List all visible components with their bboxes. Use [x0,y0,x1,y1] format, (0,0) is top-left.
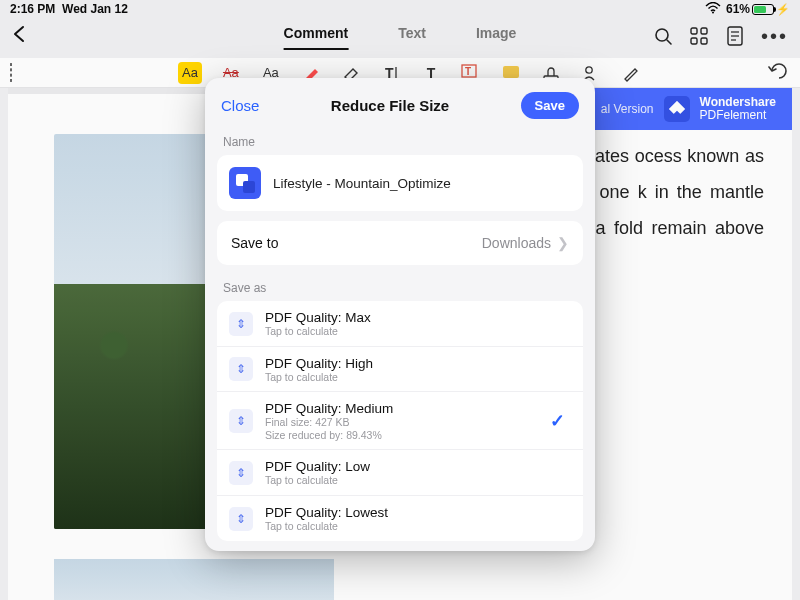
tab-text[interactable]: Text [398,25,426,47]
quality-icon: ⇕ [229,312,253,336]
quality-list: ⇕ PDF Quality: Max Tap to calculate ⇕ PD… [217,301,583,541]
svg-line-2 [667,40,671,44]
name-section-label: Name [205,129,595,155]
svg-text:T: T [465,66,471,77]
quality-sub-1: Final size: 427 KB [265,416,538,429]
highlight-tool-icon[interactable]: Aa [178,62,202,84]
more-icon[interactable]: ••• [761,25,788,48]
quality-icon: ⇕ [229,461,253,485]
status-date: Wed Jan 12 [62,2,128,16]
quality-option-lowest[interactable]: ⇕ PDF Quality: Lowest Tap to calculate [217,495,583,541]
tab-image[interactable]: Image [476,25,516,47]
quality-option-high[interactable]: ⇕ PDF Quality: High Tap to calculate [217,346,583,392]
quality-title: PDF Quality: Max [265,310,571,325]
filename-card[interactable]: Lifestyle - Mountain_Optimize [217,155,583,211]
save-to-value: Downloads [482,235,551,251]
save-as-section-label: Save as [205,275,595,301]
charging-icon: ⚡ [776,3,790,16]
ios-status-bar: 2:16 PM Wed Jan 12 61% ⚡ [0,0,800,18]
quality-icon: ⇕ [229,409,253,433]
file-icon [229,167,261,199]
battery-icon [752,4,774,15]
quality-sub: Tap to calculate [265,371,571,384]
reading-mode-icon[interactable] [725,26,745,46]
quality-icon: ⇕ [229,507,253,531]
svg-rect-3 [691,28,697,34]
select-tool-icon[interactable] [10,64,12,82]
quality-title: PDF Quality: Low [265,459,571,474]
search-icon[interactable] [653,26,673,46]
undo-button[interactable] [768,61,790,84]
quality-option-low[interactable]: ⇕ PDF Quality: Low Tap to calculate [217,449,583,495]
close-button[interactable]: Close [221,97,259,114]
svg-rect-15 [503,66,519,78]
quality-icon: ⇕ [229,357,253,381]
back-button[interactable] [12,25,26,48]
quality-option-medium[interactable]: ⇕ PDF Quality: Medium Final size: 427 KB… [217,391,583,449]
svg-point-1 [656,29,668,41]
quality-sub-2: Size reduced by: 89.43% [265,429,538,442]
save-button[interactable]: Save [521,92,579,119]
quality-sub: Tap to calculate [265,474,571,487]
svg-rect-4 [701,28,707,34]
quality-sub: Tap to calculate [265,520,571,533]
status-right: 61% ⚡ [705,2,790,17]
grid-view-icon[interactable] [689,26,709,46]
mode-tabs: Comment Text Image [284,25,517,47]
quality-title: PDF Quality: Lowest [265,505,571,520]
svg-point-0 [712,11,714,13]
tab-comment[interactable]: Comment [284,25,349,47]
battery-pct: 61% [726,2,750,16]
svg-rect-5 [691,38,697,44]
save-to-label: Save to [231,235,278,251]
wifi-icon [705,2,721,17]
app-bar: Comment Text Image ••• [0,18,800,54]
status-time: 2:16 PM [10,2,55,16]
svg-rect-6 [701,38,707,44]
reduce-file-size-dialog: Close Reduce File Size Save Name Lifesty… [205,78,595,551]
battery-indicator: 61% ⚡ [726,2,790,16]
draw-tool-icon[interactable] [620,62,642,84]
svg-point-17 [586,66,592,72]
quality-title: PDF Quality: Medium [265,401,538,416]
quality-sub: Tap to calculate [265,325,571,338]
chevron-right-icon: ❯ [557,235,569,251]
dialog-title: Reduce File Size [331,97,449,114]
quality-option-max[interactable]: ⇕ PDF Quality: Max Tap to calculate [217,301,583,346]
quality-title: PDF Quality: High [265,356,571,371]
dialog-header: Close Reduce File Size Save [205,78,595,129]
save-to-row[interactable]: Save to Downloads ❯ [217,221,583,265]
filename-text: Lifestyle - Mountain_Optimize [273,176,451,191]
appbar-actions: ••• [653,25,788,48]
check-icon: ✓ [550,410,565,432]
status-left: 2:16 PM Wed Jan 12 [10,2,128,16]
